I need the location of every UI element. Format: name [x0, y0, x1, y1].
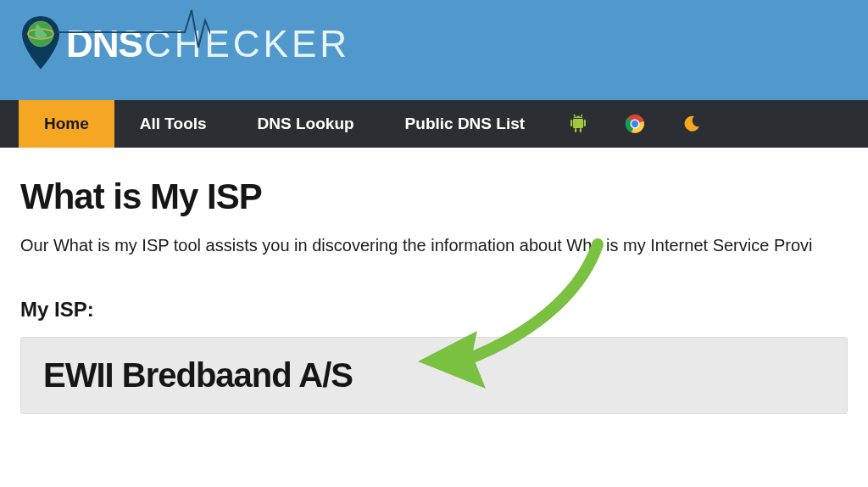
isp-result-box: EWII Bredbaand A/S — [20, 337, 848, 414]
site-header: DNS CHECKER — [0, 0, 868, 100]
site-logo[interactable]: DNS CHECKER — [19, 15, 868, 73]
nav-item-dns-lookup[interactable]: DNS Lookup — [232, 100, 380, 148]
isp-label: My ISP: — [20, 298, 848, 322]
nav-item-public-dns-list[interactable]: Public DNS List — [380, 100, 550, 148]
logo-text-dns: DNS — [66, 23, 142, 65]
svg-rect-7 — [580, 128, 581, 132]
svg-rect-4 — [570, 120, 572, 126]
svg-rect-3 — [573, 119, 583, 128]
page-description: Our What is my ISP tool assists you in d… — [20, 236, 848, 255]
logo-text: DNS CHECKER — [66, 23, 350, 65]
svg-point-8 — [576, 116, 577, 118]
nav-label: All Tools — [140, 115, 207, 133]
android-icon[interactable] — [550, 100, 606, 148]
svg-rect-5 — [584, 120, 586, 126]
nav-item-all-tools[interactable]: All Tools — [114, 100, 232, 148]
svg-point-12 — [632, 120, 638, 127]
nav-label: Public DNS List — [405, 115, 525, 133]
moon-icon[interactable] — [664, 100, 720, 148]
logo-text-checker: CHECKER — [144, 23, 350, 65]
isp-value: EWII Bredbaand A/S — [43, 356, 825, 395]
main-content: What is My ISP Our What is my ISP tool a… — [0, 148, 868, 414]
page-title: What is My ISP — [20, 176, 848, 217]
nav-label: Home — [44, 115, 89, 133]
main-nav: Home All Tools DNS Lookup Public DNS Lis… — [0, 100, 868, 148]
globe-pin-icon — [19, 15, 63, 73]
svg-point-9 — [580, 116, 581, 118]
nav-label: DNS Lookup — [258, 115, 354, 133]
nav-item-home[interactable]: Home — [19, 95, 114, 148]
svg-rect-6 — [575, 128, 576, 132]
chrome-icon[interactable] — [606, 100, 664, 148]
